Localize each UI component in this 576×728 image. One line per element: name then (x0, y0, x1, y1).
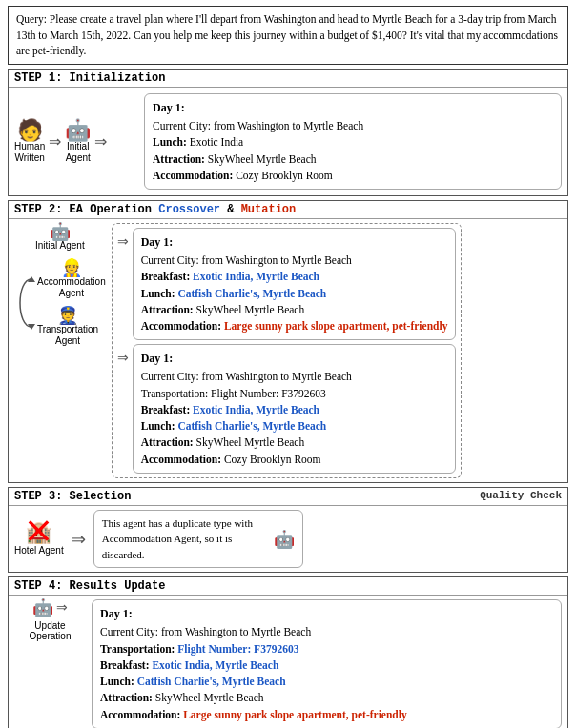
query-box: Query: Please create a travel plan where… (8, 6, 568, 65)
step2-crossover: Crossover (158, 203, 220, 216)
step3-header: STEP 3: Selection Quality Check (9, 488, 567, 506)
arrow2: ⇒ (94, 134, 107, 150)
arrow1: ⇒ (49, 134, 61, 150)
step2-trans-l5: Attraction: SkyWheel Myrtle Beach (141, 435, 448, 451)
step4-agent-row: 🤖 ⇒ (32, 599, 68, 617)
step2-left-diagram: 🤖 Initial Agent 👷 (14, 223, 106, 478)
discard-box: This agent has a duplicate type with Acc… (93, 510, 303, 569)
query-text: Query: Please create a travel plan where… (16, 13, 558, 56)
step1-line2: Lunch: Exotic India (153, 134, 553, 151)
step4-robot-emoji: 🤖 (32, 599, 53, 617)
initial-agent-label: InitialAgent (66, 141, 91, 164)
hotel-agent-label: Hotel Agent (14, 545, 64, 556)
curve-arrow-svg (14, 274, 35, 332)
step2-trans-l2: Transportation: Flight Number: F3792603 (141, 386, 448, 402)
accommodation-agent-label: AccommodationAgent (37, 276, 106, 299)
step4-left: 🤖 ⇒ UpdateOperation (14, 599, 86, 641)
step1-day-card: Day 1: Current City: from Washington to … (144, 93, 562, 190)
step2-section: STEP 2: EA Operation Crossover & Mutatio… (8, 200, 568, 483)
human-agent-label: HumanWritten (14, 141, 45, 164)
initial-agent-emoji: 🤖 (65, 120, 91, 141)
step1-section: STEP 1: Initialization 🧑 HumanWritten ⇒ … (8, 69, 568, 196)
step2-trans-l3: Breakfast: Exotic India, Myrtle Beach (141, 402, 448, 418)
step2-acc-l5: Accommodation: Large sunny park slope ap… (141, 318, 448, 334)
step3-arrow: ⇒ (72, 531, 86, 548)
main-container: Query: Please create a travel plan where… (0, 0, 576, 728)
step2-header: STEP 2: EA Operation Crossover & Mutatio… (9, 201, 567, 219)
step2-accommodation-card: Day 1: Current City: from Washington to … (133, 228, 457, 340)
arrow-acc: ⇒ (117, 235, 129, 249)
hotel-emoji-wrap: 🏨 (26, 522, 51, 543)
accommodation-row: ⇒ Day 1: Current City: from Washington t… (117, 228, 457, 340)
step1-body: 🧑 HumanWritten ⇒ 🤖 InitialAgent ⇒ Day 1:… (9, 88, 567, 195)
step2-trans-l6: Accommodation: Cozy Brooklyn Room (141, 452, 448, 468)
step4-section: STEP 4: Results Update 🤖 ⇒ UpdateOperati… (8, 576, 568, 728)
step4-l6: Accommodation: Large sunny park slope ap… (100, 707, 553, 723)
step1-header: STEP 1: Initialization (9, 70, 567, 88)
step2-trans-l4: Lunch: Catfish Charlie's, Myrtle Beach (141, 418, 448, 435)
step1-line4: Accommodation: Cozy Brooklyn Room (153, 168, 553, 184)
step2-transportation-card: Day 1: Current City: from Washington to … (133, 344, 457, 474)
step2-initial-agent: 🤖 Initial Agent (35, 223, 85, 252)
step2-acc-l2: Breakfast: Exotic India, Myrtle Beach (141, 269, 448, 285)
step4-l2: Transportation: Flight Number: F3792603 (100, 641, 553, 657)
step4-l1: Current City: from Washington to Myrtle … (100, 624, 553, 640)
discard-text: This agent has a duplicate type with Acc… (102, 516, 268, 563)
step3-section: STEP 3: Selection Quality Check 🏨 Hotel … (8, 487, 568, 574)
step2-initial-label: Initial Agent (35, 240, 85, 252)
step4-l4: Lunch: Catfish Charlie's, Myrtle Beach (100, 674, 553, 690)
accommodation-agent-emoji: 👷 (61, 259, 82, 276)
step2-acc-l1: Current City: from Washington to Myrtle … (141, 253, 448, 269)
step3-body: 🏨 Hotel Agent ⇒ This agent has a duplica… (9, 506, 567, 573)
step2-acc-l3: Lunch: Catfish Charlie's, Myrtle Beach (141, 286, 448, 302)
step4-day-card: Day 1: Current City: from Washington to … (92, 599, 562, 728)
step1-line3: Attraction: SkyWheel Myrtle Beach (153, 152, 553, 168)
human-agent-box: 🧑 HumanWritten (14, 120, 45, 164)
step1-line1: Current City: from Washington to Myrtle … (153, 118, 553, 134)
transportation-agent-label: TransportationAgent (37, 324, 98, 347)
quality-check-header: Quality Check (480, 490, 562, 501)
hotel-agent-emoji: 🏨 (26, 520, 51, 544)
step2-trans-l1: Current City: from Washington to Myrtle … (141, 369, 448, 385)
step2-amp: & (220, 203, 241, 216)
transportation-agent-emoji: 👮 (57, 307, 78, 324)
step4-arrow: ⇒ (56, 601, 68, 615)
step4-day-title: Day 1: (100, 605, 553, 622)
accommodation-agent-box: 👷 AccommodationAgent (37, 259, 106, 299)
step2-acc-title: Day 1: (141, 233, 448, 251)
step2-agent-row: 👷 AccommodationAgent 👮 TransportationAge… (14, 259, 106, 347)
step4-header: STEP 4: Results Update (9, 577, 567, 596)
step4-header-text: STEP 4: Results Update (14, 579, 165, 593)
human-emoji: 🧑 (17, 120, 43, 141)
step2-acc-l4: Attraction: SkyWheel Myrtle Beach (141, 302, 448, 318)
step3-header-text: STEP 3: Selection (14, 490, 131, 503)
step2-body: 🤖 Initial Agent 👷 (9, 219, 567, 482)
step2-curve-area (14, 274, 35, 332)
step2-sub-agents: 👷 AccommodationAgent 👮 TransportationAge… (37, 259, 106, 347)
step1-header-text: STEP 1: Initialization (14, 71, 165, 85)
arrow-trans: ⇒ (117, 352, 129, 365)
step4-body: 🤖 ⇒ UpdateOperation Day 1: Current City:… (9, 596, 567, 728)
step3-robot-emoji: 🤖 (274, 531, 295, 548)
step2-dashed-group: ⇒ Day 1: Current City: from Washington t… (112, 223, 463, 478)
transportation-row: ⇒ Day 1: Current City: from Washington t… (117, 344, 457, 474)
step2-mutation: Mutation (241, 203, 297, 216)
initial-agent-box: 🤖 InitialAgent (65, 120, 91, 164)
hotel-agent-area: 🏨 Hotel Agent (14, 522, 64, 556)
step2-initial-emoji: 🤖 (50, 223, 71, 240)
step2-trans-title: Day 1: (141, 350, 448, 367)
step2-header-prefix: STEP 2: EA Operation (14, 203, 158, 216)
transportation-agent-box: 👮 TransportationAgent (37, 307, 98, 347)
step1-agents: 🧑 HumanWritten ⇒ 🤖 InitialAgent ⇒ (14, 120, 138, 164)
step1-day-title: Day 1: (153, 99, 553, 116)
step4-l5: Attraction: SkyWheel Myrtle Beach (100, 690, 553, 706)
step4-update-label: UpdateOperation (30, 620, 72, 641)
step4-l3: Breakfast: Exotic India, Myrtle Beach (100, 657, 553, 674)
